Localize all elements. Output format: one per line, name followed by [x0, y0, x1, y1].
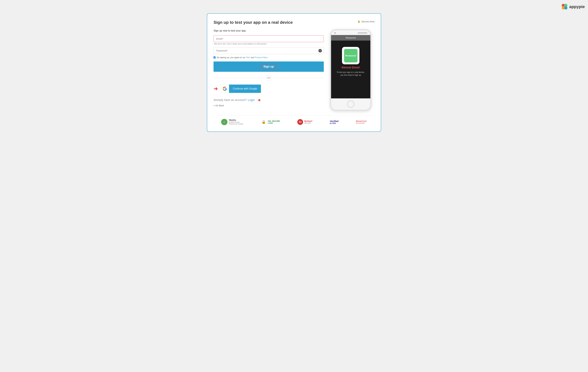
email-disclaimer: *We won't rent, sell or barter your emai… — [213, 43, 324, 45]
or-line-right — [273, 78, 324, 78]
mastercard-title: MasterCard. — [356, 120, 367, 122]
main-container: Sign up to test your app on a real devic… — [207, 13, 381, 132]
terms-checkbox[interactable] — [213, 56, 216, 58]
truste-badge: ✓ TRUSTe Verified Privacy Powered by Tru… — [221, 119, 243, 125]
google-signin-button[interactable]: Continue with Google — [220, 85, 261, 93]
phone-speaker — [358, 32, 367, 33]
visa-title: Verified — [330, 120, 338, 122]
phone-bottom-bar — [331, 98, 370, 110]
phone-screen: Restaurant Restaurant Almost Done! To te… — [331, 35, 370, 98]
secure-label: Secure Area — [361, 20, 375, 23]
mastercard-subtitle: SecureCode — [356, 122, 367, 124]
terms-text: By signing up, you agree to our T&C and … — [217, 56, 268, 59]
ssl-title: SSL SECURE — [268, 120, 280, 122]
ssl-badge: 🔒 SSL SECURE LOGIN — [261, 119, 280, 125]
secure-area: 🔒 Secure Area — [357, 20, 375, 23]
almost-done-text: Almost Done! — [334, 66, 367, 69]
or-circle: OR — [266, 75, 272, 81]
page-title: Sign up to test your app on a real devic… — [213, 20, 293, 25]
truste-subtitle1: Verified Privacy — [229, 121, 243, 123]
signup-label: Sign up — [261, 64, 277, 69]
or-divider: OR — [213, 75, 324, 81]
phone-bg-circle — [341, 45, 360, 64]
top-bar: appypie — [3, 3, 585, 10]
appypie-logo-icon — [561, 3, 568, 10]
arrow-left-icon: ◄ — [257, 97, 261, 103]
google-row: ➜ Continue with Google — [213, 85, 324, 93]
phone-section: Restaurant Restaurant Almost Done! To te… — [330, 29, 375, 111]
password-info-icon[interactable]: i — [318, 49, 322, 53]
phone-home-button[interactable] — [347, 101, 354, 107]
mcafee-badge: M McAfee® SECURE — [297, 119, 313, 125]
phone-app-header: Restaurant — [331, 35, 370, 41]
ssl-icon: 🔒 — [261, 119, 267, 125]
password-group: i — [213, 47, 324, 54]
email-input[interactable] — [213, 35, 324, 42]
phone-app-content: Restaurant Almost Done! To test your app… — [331, 41, 370, 80]
logo-text: appypie — [569, 4, 585, 9]
trust-section: ✓ TRUSTe Verified Privacy Powered by Tru… — [213, 116, 375, 125]
truste-title: TRUSTe — [229, 119, 243, 121]
arrow-right-icon: ➜ — [213, 86, 218, 92]
terms-row: By signing up, you agree to our T&C and … — [213, 56, 324, 59]
google-g-icon — [222, 86, 227, 91]
truste-icon: ✓ — [221, 119, 228, 125]
lock-icon: 🔒 — [357, 20, 360, 23]
privacy-link[interactable]: Privacy Policy. — [254, 56, 268, 59]
visa-badge: Verified by VISA — [330, 120, 338, 124]
mcafee-title: McAfee® — [304, 120, 313, 122]
already-account-row: Already have an account? Login ◄ — [213, 97, 324, 103]
mcafee-icon: M — [297, 119, 303, 125]
content-area: Sign up now to test your app. *We won't … — [213, 29, 375, 111]
visa-subtitle: by VISA — [330, 122, 338, 124]
phone-mockup: Restaurant Restaurant Almost Done! To te… — [330, 29, 371, 111]
terms-link[interactable]: T&C — [246, 56, 250, 59]
password-input[interactable] — [213, 47, 324, 54]
phone-camera — [334, 32, 336, 34]
login-link[interactable]: Login — [248, 98, 255, 102]
mastercard-badge: MasterCard. SecureCode — [356, 120, 367, 124]
header-row: Sign up to test your app on a real devic… — [213, 20, 375, 27]
signup-button[interactable]: Sign up — [213, 62, 324, 72]
phone-message: To test your app on a real device, you f… — [334, 71, 367, 76]
mcafee-subtitle: SECURE — [304, 122, 313, 124]
phone-top-bar — [331, 30, 370, 35]
truste-subtitle2: Powered by TrustArc — [229, 123, 243, 125]
svg-point-3 — [564, 6, 567, 10]
logo: appypie — [561, 3, 585, 10]
email-group: *We won't rent, sell or barter your emai… — [213, 35, 324, 45]
or-line-left — [213, 78, 264, 78]
go-back-link[interactable]: « Go Back — [213, 104, 224, 107]
google-icon-box — [220, 85, 229, 93]
ssl-subtitle: LOGIN — [268, 122, 280, 124]
google-btn-label: Continue with Google — [229, 85, 261, 93]
form-subtitle: Sign up now to test your app. — [213, 29, 324, 32]
form-section: Sign up now to test your app. *We won't … — [213, 29, 324, 107]
